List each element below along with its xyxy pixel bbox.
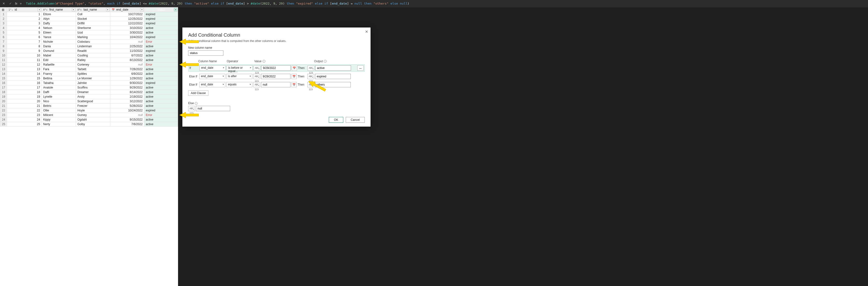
cell-id[interactable]: 10 xyxy=(7,53,42,58)
cell-id[interactable]: 9 xyxy=(7,49,42,53)
cell-first-name[interactable]: Eileen xyxy=(42,30,76,35)
cell-end-date[interactable]: 5/26/2022 xyxy=(110,104,144,108)
row-number[interactable]: 25 xyxy=(0,122,7,127)
cell-end-date[interactable]: null xyxy=(110,39,144,44)
cell-first-name[interactable]: Fara xyxy=(42,67,76,72)
row-number[interactable]: 6 xyxy=(0,35,7,39)
add-clause-button[interactable]: Add Clause xyxy=(188,90,209,96)
table-row[interactable]: 44NelsonSherborne3/10/2022active xyxy=(0,26,178,30)
info-icon[interactable]: i xyxy=(195,102,197,105)
row-number[interactable]: 7 xyxy=(0,39,7,44)
cell-end-date[interactable]: 10/4/2022 xyxy=(110,35,144,39)
cell-status[interactable]: active xyxy=(144,67,178,72)
table-row[interactable]: 1616TabathaJahnke9/30/2022expired xyxy=(0,81,178,85)
cell-last-name[interactable]: Slocket xyxy=(76,17,110,21)
operator-select[interactable]: equals xyxy=(226,82,252,87)
cell-status[interactable]: expired xyxy=(144,21,178,26)
col-header-status[interactable]: ABC 123 status ▾ xyxy=(144,7,178,12)
cell-first-name[interactable]: Edd xyxy=(42,58,76,62)
cell-first-name[interactable]: Tabatha xyxy=(42,81,76,85)
date-picker-icon[interactable]: 📅 xyxy=(292,65,297,71)
cell-end-date[interactable]: 3/10/2022 xyxy=(110,26,144,30)
filter-dropdown-icon[interactable]: ▾ xyxy=(38,8,41,11)
cell-last-name[interactable]: Corteney xyxy=(76,62,110,67)
table-row[interactable]: 33DaffyDriffill12/22/2022expired xyxy=(0,21,178,26)
cell-last-name[interactable]: Tarbett xyxy=(76,67,110,72)
output-type-selector[interactable]: ABC 123 xyxy=(307,74,314,79)
table-row[interactable]: 1212RafaellleCorteneynullError xyxy=(0,62,178,67)
cell-last-name[interactable]: Driffill xyxy=(76,21,110,26)
cell-status[interactable]: active xyxy=(144,99,178,104)
table-row[interactable]: 2222OllieHoyle10/24/2022expired xyxy=(0,108,178,113)
cell-first-name[interactable]: Yance xyxy=(42,35,76,39)
table-row[interactable]: 1515BettinaLe Monnier1/29/2022active xyxy=(0,76,178,81)
cell-status[interactable]: active xyxy=(144,76,178,81)
column-select[interactable]: end_date xyxy=(199,74,225,79)
row-number[interactable]: 4 xyxy=(0,26,7,30)
cell-first-name[interactable]: Daffy xyxy=(42,21,76,26)
filter-dropdown-icon[interactable]: ▾ xyxy=(174,8,177,11)
table-row[interactable]: 1818DaffiDreamer8/14/2022active xyxy=(0,90,178,95)
cell-last-name[interactable]: Scoffins xyxy=(76,85,110,90)
else-type-selector[interactable]: ABC 123 xyxy=(188,106,195,111)
table-row[interactable]: 1313FaraTarbett7/26/2022active xyxy=(0,67,178,72)
output-input[interactable] xyxy=(315,74,351,79)
row-number[interactable]: 8 xyxy=(0,44,7,49)
row-number[interactable]: 19 xyxy=(0,95,7,99)
cell-first-name[interactable]: Rafaellle xyxy=(42,62,76,67)
formula-text[interactable]: Table.AddColumn(#"Changed Type", "status… xyxy=(24,2,409,5)
cell-last-name[interactable]: Spittles xyxy=(76,72,110,76)
cell-end-date[interactable]: 2/19/2022 xyxy=(110,95,144,99)
cell-last-name[interactable]: Ratley xyxy=(76,58,110,62)
output-type-selector[interactable]: ABC 123 xyxy=(308,65,314,71)
output-input[interactable] xyxy=(315,65,351,71)
column-select[interactable]: end_date xyxy=(199,82,225,87)
row-number[interactable]: 10 xyxy=(0,53,7,58)
info-icon[interactable]: i xyxy=(324,60,327,63)
table-row[interactable]: 1111EddRatley8/13/2022active xyxy=(0,58,178,62)
fx-icon[interactable]: fx xyxy=(15,2,18,5)
column-select[interactable]: end_date xyxy=(199,65,225,71)
cell-end-date[interactable]: 9/15/2022 xyxy=(110,118,144,122)
cell-status[interactable]: Error xyxy=(144,62,178,67)
cell-status[interactable]: active xyxy=(144,95,178,99)
value-input[interactable] xyxy=(261,65,291,71)
cell-last-name[interactable]: Jahnke xyxy=(76,81,110,85)
cell-first-name[interactable]: Ailyn xyxy=(42,17,76,21)
row-number[interactable]: 18 xyxy=(0,90,7,95)
cell-status[interactable]: active xyxy=(144,90,178,95)
cell-end-date[interactable]: 1/29/2022 xyxy=(110,76,144,81)
cell-status[interactable]: active xyxy=(144,58,178,62)
cell-first-name[interactable]: Osmund xyxy=(42,49,76,53)
cell-first-name[interactable]: Lynelle xyxy=(42,95,76,99)
table-row[interactable]: 1414FrannySpittles6/9/2022active xyxy=(0,72,178,76)
cell-last-name[interactable]: Lindenman xyxy=(76,44,110,49)
cell-id[interactable]: 22 xyxy=(7,108,42,113)
else-value-input[interactable] xyxy=(196,106,230,111)
cell-status[interactable]: expired xyxy=(144,108,178,113)
cell-id[interactable]: 3 xyxy=(7,21,42,26)
filter-dropdown-icon[interactable]: ▾ xyxy=(72,8,75,11)
cell-last-name[interactable]: Coulling xyxy=(76,53,110,58)
table-row[interactable]: 1717AnatoleScoffins9/29/2022active xyxy=(0,85,178,90)
cell-first-name[interactable]: Nelson xyxy=(42,26,76,30)
cell-id[interactable]: 13 xyxy=(7,67,42,72)
cell-end-date[interactable]: 3/12/2022 xyxy=(110,99,144,104)
table-row[interactable]: 99OsmundReaditt11/3/2022expired xyxy=(0,49,178,53)
table-row[interactable]: 2121BeitrisFreezer5/26/2022active xyxy=(0,104,178,108)
new-column-name-input[interactable] xyxy=(188,51,223,56)
cell-id[interactable]: 19 xyxy=(7,95,42,99)
cell-id[interactable]: 23 xyxy=(7,113,42,118)
cell-status[interactable]: expired xyxy=(144,81,178,85)
cell-last-name[interactable]: Ansty xyxy=(76,95,110,99)
cell-id[interactable]: 20 xyxy=(7,99,42,104)
col-header-last-name[interactable]: Aᴮc last_name ▾ xyxy=(76,7,110,12)
cell-status[interactable]: active xyxy=(144,122,178,127)
cell-last-name[interactable]: Gumey xyxy=(76,113,110,118)
row-number[interactable]: 15 xyxy=(0,76,7,81)
cell-last-name[interactable]: Scattergood xyxy=(76,99,110,104)
cell-end-date[interactable]: 12/25/2022 xyxy=(110,17,144,21)
cell-id[interactable]: 5 xyxy=(7,30,42,35)
col-header-end-date[interactable]: 📅 end_date ▾ xyxy=(110,7,144,12)
cell-status[interactable]: active xyxy=(144,26,178,30)
